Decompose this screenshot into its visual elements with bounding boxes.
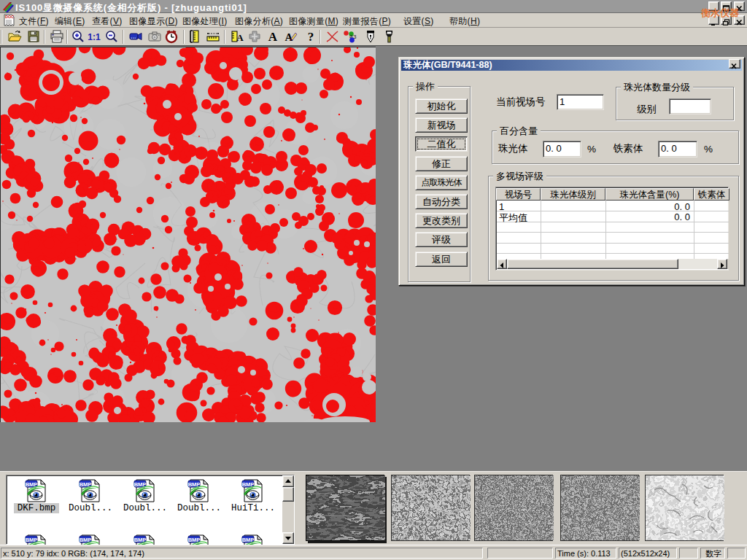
svg-text:A: A: [268, 30, 278, 44]
svg-text:?: ?: [308, 30, 314, 44]
svg-text:1:1: 1:1: [88, 32, 101, 42]
svg-text:DOC: DOC: [5, 15, 14, 19]
svg-text:A: A: [236, 32, 244, 43]
